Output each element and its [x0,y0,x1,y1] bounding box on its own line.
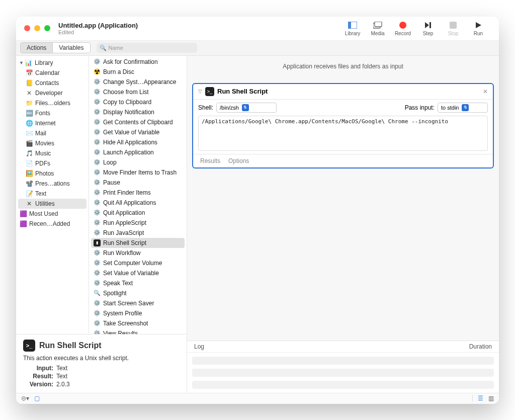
action-item[interactable]: Start Screen Saver [89,298,187,308]
sidebar-item-music[interactable]: Music [16,148,89,158]
dropdown-arrows-icon: ⇅ [242,104,249,111]
tab-variables[interactable]: Variables [53,42,90,53]
sidebar-item-movies[interactable]: Movies [16,138,89,148]
developer-icon [25,89,33,97]
action-icon [93,108,101,116]
terminal-icon: >_ [23,340,35,352]
titlebar: Untitled.app (Application) Edited Librar… [16,17,499,41]
action-item[interactable]: System Profile [89,308,187,318]
info-input-label: Input: [23,365,53,372]
mostused-icon [19,210,27,218]
action-item[interactable]: Set Computer Volume [89,258,187,268]
action-item[interactable]: Quit Application [89,208,187,218]
action-item[interactable]: Hide All Applications [89,137,187,147]
log-view-icon[interactable]: ▥ [488,395,494,402]
sidebar-item-contacts[interactable]: Contacts [16,78,89,88]
svg-rect-3 [375,22,382,27]
action-item[interactable]: Burn a Disc [89,67,187,77]
action-item[interactable]: Choose from List [89,87,187,97]
sidebar-item-photos[interactable]: Photos [16,169,89,179]
chevron-down-icon[interactable]: ▽ [198,89,202,94]
action-item[interactable]: Set Value of Variable [89,268,187,278]
text-icon [25,190,33,198]
contacts-icon [25,79,33,87]
run-icon [474,21,483,30]
action-item[interactable]: Move Finder Items to Trash [89,167,187,178]
sidebar-item-presentations[interactable]: Pres…ations [16,179,89,189]
action-item[interactable]: Ask for Confirmation [89,57,187,67]
action-icon [93,148,101,156]
action-item[interactable]: Display Notification [89,107,187,117]
library-tabbar: Actions Variables 🔍 Name [16,41,499,56]
sidebar-library-root[interactable]: ▼ Library [16,58,89,68]
sidebar-item-mail[interactable]: Mail [16,128,89,138]
sidebar-item-files[interactable]: Files…olders [16,98,89,108]
info-version-label: Version: [23,381,53,388]
close-action-button[interactable]: ✕ [483,88,488,95]
sidebar-item-fonts[interactable]: Fonts [16,108,89,118]
zoom-button[interactable] [44,25,50,31]
info-input-value: Text [56,365,180,372]
action-item[interactable]: Run JavaScript [89,228,187,238]
action-icon [93,118,101,126]
dropdown-arrows-icon: ⇅ [462,104,469,111]
close-button[interactable] [24,25,30,31]
toolbar-media[interactable]: Media [365,21,390,36]
action-item[interactable]: Run Workflow [89,248,187,258]
action-tab-results[interactable]: Results [200,157,220,164]
step-icon [423,21,433,30]
window-controls [24,25,50,31]
svg-rect-6 [430,22,431,28]
info-result-label: Result: [23,373,53,380]
status-variable-icon[interactable]: ▢ [34,395,40,402]
toolbar-library[interactable]: Library [340,21,365,36]
action-item[interactable]: Get Contents of Clipboard [89,117,187,127]
action-item[interactable]: Get Value of Variable [89,127,187,137]
action-icon [93,309,101,317]
action-item[interactable]: Copy to Clipboard [89,97,187,107]
action-icon [93,189,101,197]
workflow-input-description: Application receives files and folders a… [187,56,499,83]
action-icon [93,158,101,166]
action-item[interactable]: Run AppleScript [89,218,187,228]
sidebar-item-text[interactable]: Text [16,189,89,199]
action-item[interactable]: Loop [89,157,187,167]
action-item[interactable]: Print Finder Items [89,188,187,198]
sidebar-item-pdfs[interactable]: PDFs [16,158,89,169]
action-item[interactable]: Run Shell Script [91,238,185,248]
tab-actions[interactable]: Actions [20,42,53,53]
action-icon [93,199,101,207]
sidebar-item-calendar[interactable]: Calendar [16,68,89,78]
status-menu-icon[interactable]: ⊝▾ [21,395,29,402]
action-item[interactable]: Speak Text [89,278,187,288]
window-subtitle: Edited [58,29,138,35]
toolbar-run[interactable]: Run [466,21,491,36]
passinput-select[interactable]: to stdin ⇅ [438,103,488,113]
search-field[interactable]: 🔍 Name [97,43,197,53]
sidebar-item-internet[interactable]: Internet [16,118,89,128]
sidebar-item-developer[interactable]: Developer [16,88,89,98]
sidebar-item-recent[interactable]: Recen…Added [16,219,89,229]
script-editor[interactable]: /Applications/Google\ Chrome.app/Content… [198,116,488,151]
list-view-icon[interactable]: ☰ [478,395,483,402]
action-tab-options[interactable]: Options [228,157,249,164]
action-item[interactable]: Pause [89,178,187,188]
workflow-action-run-shell-script[interactable]: ▽ >_ Run Shell Script ✕ Shell: /bin/zsh … [192,83,494,169]
sidebar-item-utilities[interactable]: Utilities [18,199,87,209]
action-item[interactable]: Change Syst…Appearance [89,77,187,87]
movies-icon [25,139,33,147]
action-item[interactable]: Spotlight [89,288,187,298]
shell-select[interactable]: /bin/zsh ⇅ [216,103,277,113]
minimize-button[interactable] [34,25,40,31]
log-col-duration: Duration [469,343,492,350]
toolbar-record[interactable]: Record [390,21,415,36]
music-icon [25,149,33,157]
action-item[interactable]: Launch Application [89,147,187,157]
action-icon [93,169,101,177]
toolbar-step[interactable]: Step [415,21,441,36]
action-item[interactable]: Quit All Applications [89,198,187,208]
action-item[interactable]: Take Screenshot [89,318,187,328]
action-header: ▽ >_ Run Shell Script ✕ [193,84,493,100]
svg-rect-7 [450,22,457,29]
sidebar-item-mostused[interactable]: Most Used [16,209,89,219]
